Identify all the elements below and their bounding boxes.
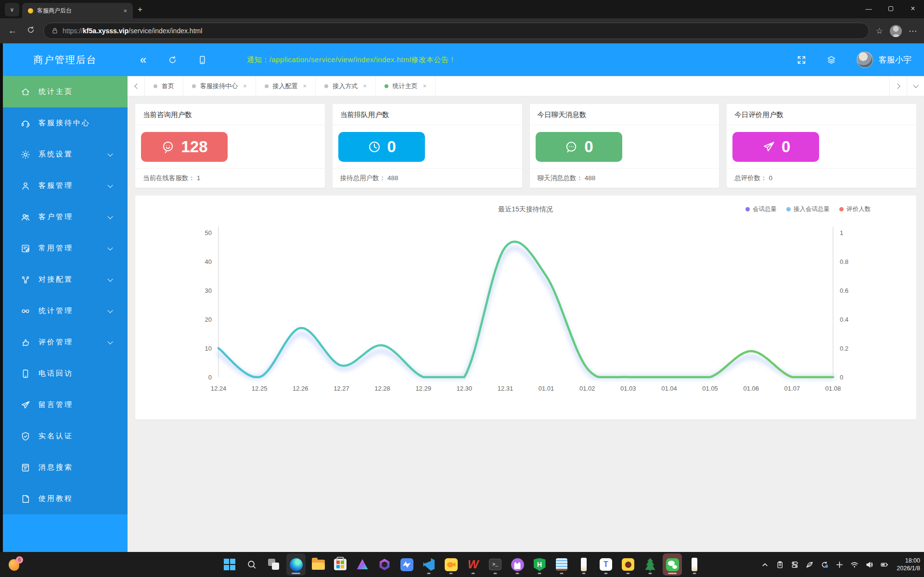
- fish-app-icon[interactable]: [441, 553, 461, 576]
- browser-profile-avatar[interactable]: [890, 25, 902, 37]
- sidebar-item-gear[interactable]: 系统设置: [3, 139, 128, 170]
- fullscreen-icon[interactable]: [786, 43, 816, 76]
- clipboard-icon[interactable]: [775, 560, 784, 569]
- notice-banner[interactable]: 通知：/application/service/view/index/index…: [247, 55, 456, 65]
- close-tab-icon[interactable]: ×: [121, 7, 129, 14]
- taskbar-clock[interactable]: 18:00 2026/1/8: [897, 557, 920, 573]
- minimize-button[interactable]: —: [858, 0, 880, 17]
- edge-icon[interactable]: [286, 553, 306, 576]
- store-icon[interactable]: [331, 553, 350, 576]
- wifi-icon[interactable]: [850, 560, 859, 569]
- battery-icon[interactable]: [880, 560, 888, 569]
- legend-label: 评价人数: [847, 205, 871, 213]
- browser-tab[interactable]: 客服商户后台 ×: [22, 3, 133, 18]
- hex-app-icon[interactable]: [375, 553, 394, 576]
- sidebar-item-searchdoc[interactable]: 消息搜索: [3, 452, 128, 483]
- favorite-star-icon[interactable]: ☆: [876, 26, 883, 36]
- tab-label: 统计主页: [393, 82, 418, 91]
- sidebar-item-note[interactable]: 常用管理: [3, 233, 128, 264]
- refresh-page-icon[interactable]: [157, 43, 187, 76]
- search-icon[interactable]: [242, 553, 261, 576]
- shield-icon: [20, 431, 31, 442]
- sidebar-item-headset[interactable]: 客服接待中心: [3, 107, 128, 139]
- legend-item[interactable]: 评价人数: [839, 205, 871, 213]
- chevron-down-icon: [107, 245, 113, 250]
- phone2-app-icon[interactable]: [685, 553, 704, 576]
- user-avatar[interactable]: [857, 52, 873, 68]
- sidebar-item-shield[interactable]: 实名认证: [3, 420, 128, 452]
- refresh-icon[interactable]: [25, 26, 37, 37]
- file-explorer-icon[interactable]: [308, 553, 328, 576]
- tab-close-icon[interactable]: ×: [303, 82, 307, 90]
- mobile-view-icon[interactable]: [187, 43, 217, 76]
- browser-menu-icon[interactable]: ⋯: [909, 26, 917, 36]
- tree-app-icon[interactable]: [641, 553, 660, 576]
- terminal-icon[interactable]: >_: [486, 553, 505, 576]
- svg-text:0.2: 0.2: [840, 345, 848, 352]
- mute-icon[interactable]: [805, 560, 814, 569]
- sidebar-item-link[interactable]: 统计管理: [3, 295, 128, 327]
- username[interactable]: 客服小宇: [879, 54, 911, 66]
- sidebar-item-book[interactable]: 使用教程: [3, 483, 128, 514]
- page-tab-bar: 首页客服接待中心×接入配置×接入方式×统计主页×: [128, 76, 924, 96]
- tabs-scroll-right-icon[interactable]: [889, 76, 907, 96]
- tabs-menu-icon[interactable]: [907, 76, 924, 96]
- legend-item[interactable]: 接入会话总量: [786, 205, 830, 213]
- close-button[interactable]: ×: [902, 0, 924, 17]
- collapse-sidebar-icon[interactable]: «: [128, 43, 157, 76]
- stat-value: 0: [584, 138, 593, 156]
- sidebar-footer-area: [3, 514, 128, 552]
- tab-close-icon[interactable]: ×: [363, 82, 367, 90]
- page-tab[interactable]: 客服接待中心×: [183, 76, 256, 96]
- hbuilder-icon[interactable]: H: [530, 553, 549, 576]
- sidebar-item-label: 实名认证: [38, 432, 73, 441]
- sidebar-item-label: 系统设置: [38, 150, 73, 159]
- widgets-icon[interactable]: [790, 560, 799, 569]
- notes-app-icon[interactable]: [552, 553, 571, 576]
- sidebar-item-home[interactable]: 统计主页: [3, 76, 128, 107]
- new-tab-button[interactable]: +: [138, 5, 142, 14]
- bird-app-icon[interactable]: [397, 553, 416, 576]
- sidebar-item-thumb[interactable]: 评价管理: [3, 327, 128, 358]
- maximize-button[interactable]: [880, 0, 902, 17]
- tab-search-icon[interactable]: ∨: [5, 3, 19, 16]
- start-icon[interactable]: [220, 553, 239, 576]
- notification-app-icon[interactable]: 6: [9, 558, 21, 571]
- sidebar-item-label: 电话回访: [38, 369, 73, 378]
- stat-card: 当前咨询用户数128当前在线客服数： 1: [135, 104, 325, 188]
- sidebar-item-send[interactable]: 留言管理: [3, 389, 128, 420]
- teams-app-icon[interactable]: T: [596, 553, 616, 576]
- tab-close-icon[interactable]: ×: [423, 82, 427, 90]
- wps-icon[interactable]: W: [463, 553, 483, 576]
- tabs-scroll-left-icon[interactable]: [128, 76, 145, 96]
- tray-expand-icon[interactable]: [760, 560, 769, 569]
- theme-layers-icon[interactable]: [816, 43, 846, 76]
- legend-item[interactable]: 会话总量: [745, 205, 777, 213]
- cat-app-icon[interactable]: [508, 553, 527, 576]
- phone-link-icon[interactable]: [574, 553, 593, 576]
- security-app-icon[interactable]: [618, 553, 638, 576]
- arc-app-icon[interactable]: [353, 553, 372, 576]
- sidebar-item-label: 评价管理: [38, 338, 73, 347]
- sidebar-item-users[interactable]: 客户管理: [3, 201, 128, 233]
- lock-icon: [51, 27, 58, 34]
- vscode-icon[interactable]: [419, 553, 438, 576]
- volume-icon[interactable]: [865, 560, 873, 569]
- page-tab[interactable]: 统计主页×: [376, 76, 436, 96]
- address-bar[interactable]: https://kf5a.xysss.vip/service/index/ind…: [43, 23, 869, 39]
- window-controls: — ×: [858, 0, 924, 17]
- task-view-icon[interactable]: [264, 553, 283, 576]
- sidebar-item-user[interactable]: 客服管理: [3, 170, 128, 201]
- wechat-icon[interactable]: [663, 553, 682, 576]
- stat-card: 今日聊天消息数0聊天消息总数： 488: [530, 104, 719, 188]
- stat-pill: 128: [141, 132, 228, 162]
- page-tab[interactable]: 接入配置×: [256, 76, 316, 96]
- sidebar-item-plug[interactable]: 对接配置: [3, 264, 128, 295]
- page-tab[interactable]: 接入方式×: [316, 76, 376, 96]
- crosshair-icon[interactable]: [835, 560, 844, 569]
- tab-close-icon[interactable]: ×: [243, 82, 247, 90]
- page-tab[interactable]: 首页: [145, 76, 183, 96]
- sidebar-item-phone[interactable]: 电话回访: [3, 358, 128, 389]
- sync-icon[interactable]: [820, 560, 829, 569]
- back-icon[interactable]: ←: [7, 26, 18, 36]
